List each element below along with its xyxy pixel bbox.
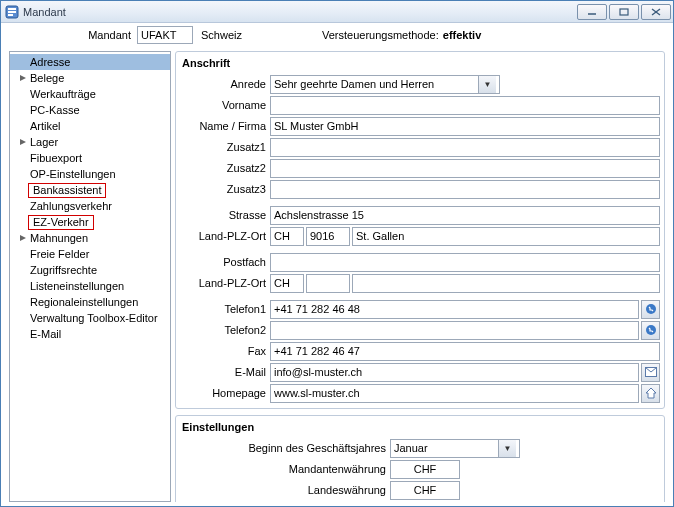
gj-value: Januar — [394, 442, 498, 454]
sidebar-item-label: Regionaleinstellungen — [28, 296, 138, 308]
sidebar-item-label: Lager — [28, 136, 58, 148]
fax-input[interactable] — [270, 342, 660, 361]
svg-marker-10 — [20, 235, 26, 241]
sidebar: AdresseBelegeWerkaufträgePC-KasseArtikel… — [9, 51, 171, 502]
vorname-input[interactable] — [270, 96, 660, 115]
email-label: E-Mail — [180, 366, 270, 378]
lw-value[interactable] — [390, 481, 460, 500]
window: Mandant Mandant Schweiz Versteuerungsmet… — [0, 0, 674, 507]
einstellungen-legend: Einstellungen — [180, 419, 660, 437]
tel2-label: Telefon2 — [180, 324, 270, 336]
sidebar-item-label: Mahnungen — [28, 232, 88, 244]
anschrift-legend: Anschrift — [180, 55, 660, 73]
svg-marker-14 — [646, 388, 656, 398]
top-row: Mandant Schweiz Versteuerungsmethode: ef… — [1, 23, 673, 47]
postfach-label: Postfach — [180, 256, 270, 268]
plz2-input[interactable] — [306, 274, 350, 293]
land-input[interactable] — [270, 227, 304, 246]
sidebar-item-label: Verwaltung Toolbox-Editor — [28, 312, 158, 324]
sidebar-item[interactable]: Lager — [10, 134, 170, 150]
sidebar-item[interactable]: Bankassistent — [10, 182, 170, 198]
tel2-input[interactable] — [270, 321, 639, 340]
maximize-button[interactable] — [609, 4, 639, 20]
zusatz3-input[interactable] — [270, 180, 660, 199]
sidebar-item-label: Zahlungsverkehr — [28, 200, 112, 212]
tel1-input[interactable] — [270, 300, 639, 319]
home-icon[interactable] — [641, 384, 660, 403]
close-button[interactable] — [641, 4, 671, 20]
sidebar-item[interactable]: Adresse — [10, 54, 170, 70]
sidebar-item-label: Freie Felder — [28, 248, 89, 260]
sidebar-item-label: Zugriffsrechte — [28, 264, 97, 276]
sidebar-item[interactable]: EZ-Verkehr — [10, 214, 170, 230]
lpo2-label: Land-PLZ-Ort — [180, 277, 270, 289]
anrede-label: Anrede — [180, 78, 270, 90]
titlebar: Mandant — [1, 1, 673, 23]
sidebar-item[interactable]: Zahlungsverkehr — [10, 198, 170, 214]
svg-rect-1 — [8, 8, 16, 10]
sidebar-item[interactable]: Werkaufträge — [10, 86, 170, 102]
sidebar-item[interactable]: Listeneinstellungen — [10, 278, 170, 294]
anrede-combo[interactable]: Sehr geehrte Damen und Herren ▼ — [270, 75, 500, 94]
mwst-input[interactable] — [390, 502, 500, 503]
strasse-label: Strasse — [180, 209, 270, 221]
svg-point-12 — [646, 325, 656, 335]
sidebar-item[interactable]: Belege — [10, 70, 170, 86]
mw-value[interactable] — [390, 460, 460, 479]
expand-icon — [18, 136, 28, 148]
fax-label: Fax — [180, 345, 270, 357]
homepage-input[interactable] — [270, 384, 639, 403]
main-panel: Anschrift Anrede Sehr geehrte Damen und … — [175, 51, 665, 502]
sidebar-item[interactable]: Mahnungen — [10, 230, 170, 246]
sidebar-item[interactable]: Zugriffsrechte — [10, 262, 170, 278]
vorname-label: Vorname — [180, 99, 270, 111]
svg-point-11 — [646, 304, 656, 314]
window-title: Mandant — [23, 6, 575, 18]
zusatz1-input[interactable] — [270, 138, 660, 157]
sidebar-item-label: Adresse — [28, 56, 70, 68]
mandant-input[interactable] — [137, 26, 193, 44]
sidebar-item-label: OP-Einstellungen — [28, 168, 116, 180]
anrede-value: Sehr geehrte Damen und Herren — [274, 78, 478, 90]
land2-input[interactable] — [270, 274, 304, 293]
sidebar-item-label: Belege — [28, 72, 64, 84]
postfach-input[interactable] — [270, 253, 660, 272]
mail-icon[interactable] — [641, 363, 660, 382]
chevron-down-icon[interactable]: ▼ — [478, 76, 496, 93]
minimize-button[interactable] — [577, 4, 607, 20]
sidebar-item-label: EZ-Verkehr — [28, 215, 94, 230]
sidebar-item[interactable]: Fibuexport — [10, 150, 170, 166]
lpo-label: Land-PLZ-Ort — [180, 230, 270, 242]
strasse-input[interactable] — [270, 206, 660, 225]
chevron-down-icon[interactable]: ▼ — [498, 440, 516, 457]
name-input[interactable] — [270, 117, 660, 136]
sidebar-item-label: Fibuexport — [28, 152, 82, 164]
sidebar-item[interactable]: PC-Kasse — [10, 102, 170, 118]
sidebar-item-label: Bankassistent — [28, 183, 106, 198]
name-label: Name / Firma — [180, 120, 270, 132]
svg-marker-8 — [20, 75, 26, 81]
gj-combo[interactable]: Januar ▼ — [390, 439, 520, 458]
country-label: Schweiz — [201, 29, 242, 41]
ort2-input[interactable] — [352, 274, 660, 293]
email-input[interactable] — [270, 363, 639, 382]
sidebar-item[interactable]: Regionaleinstellungen — [10, 294, 170, 310]
vmethod-value: effektiv — [443, 29, 482, 41]
app-icon — [5, 5, 19, 19]
einstellungen-group: Einstellungen Beginn des Geschäftsjahres… — [175, 415, 665, 502]
mandant-label: Mandant — [81, 29, 131, 41]
phone-icon[interactable] — [641, 300, 660, 319]
sidebar-item[interactable]: OP-Einstellungen — [10, 166, 170, 182]
zusatz2-input[interactable] — [270, 159, 660, 178]
phone-icon[interactable] — [641, 321, 660, 340]
sidebar-item[interactable]: Freie Felder — [10, 246, 170, 262]
sidebar-item[interactable]: Artikel — [10, 118, 170, 134]
sidebar-item-label: Artikel — [28, 120, 61, 132]
sidebar-item[interactable]: E-Mail — [10, 326, 170, 342]
svg-marker-9 — [20, 139, 26, 145]
zusatz3-label: Zusatz3 — [180, 183, 270, 195]
ort-input[interactable] — [352, 227, 660, 246]
sidebar-item[interactable]: Verwaltung Toolbox-Editor — [10, 310, 170, 326]
plz-input[interactable] — [306, 227, 350, 246]
svg-rect-2 — [8, 11, 16, 13]
